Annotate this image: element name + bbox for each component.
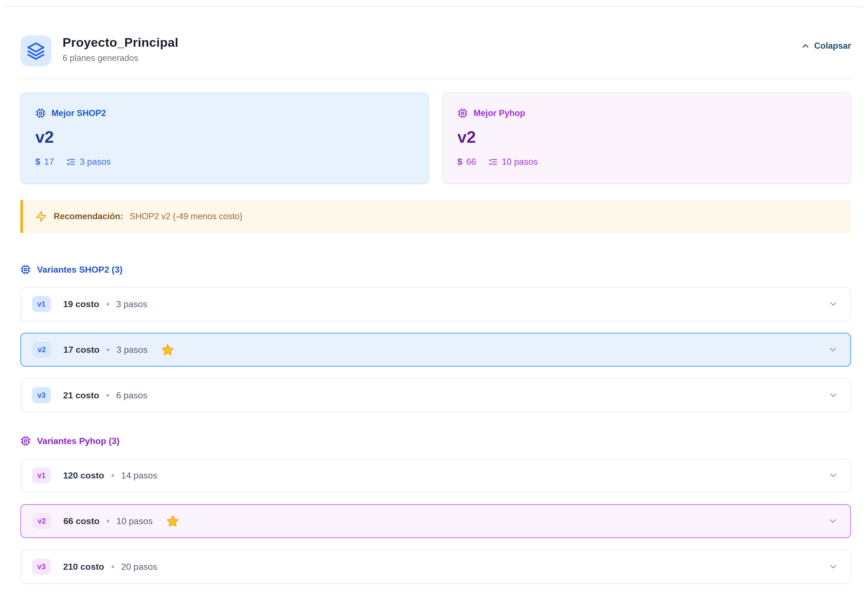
variant-row-shop2-v2[interactable]: v2 17 costo 3 pasos: [20, 333, 851, 367]
star-icon: [166, 514, 179, 528]
variant-steps: 3 pasos: [116, 299, 147, 309]
variant-row-shop2-v1[interactable]: v1 19 costo 3 pasos: [20, 287, 851, 321]
chevron-down-icon[interactable]: [828, 299, 838, 309]
collapse-button[interactable]: Colapsar: [801, 41, 851, 51]
section-title: Variantes Pyhop (3): [37, 436, 120, 446]
dot-separator: [107, 520, 109, 523]
page-subtitle: 6 planes generados: [62, 53, 178, 63]
steps-value: 10 pasos: [502, 157, 538, 167]
best-cards-row: Mejor SHOP2 v2 $ 17: [20, 92, 851, 184]
version-badge: v1: [32, 467, 51, 484]
collapse-label: Colapsar: [814, 41, 851, 51]
variant-cost: 210 costo: [63, 562, 104, 572]
version-badge: v2: [32, 342, 51, 358]
dot-separator: [107, 394, 109, 397]
cpu-icon: [20, 436, 31, 446]
steps-stat: 10 pasos: [488, 157, 538, 167]
chevron-down-icon[interactable]: [828, 345, 838, 355]
best-shop2-card: Mejor SHOP2 v2 $ 17: [20, 92, 429, 184]
variant-steps: 10 pasos: [117, 516, 153, 526]
version-badge: v3: [32, 558, 51, 575]
dot-separator: [111, 474, 114, 477]
steps-value: 3 pasos: [80, 157, 111, 167]
cpu-icon: [20, 264, 31, 275]
section-title: Variantes SHOP2 (3): [37, 264, 123, 275]
project-icon-box: [20, 35, 52, 67]
recommendation-text: SHOP2 v2 (-49 menos costo): [130, 211, 243, 221]
variant-row-pyhop-v3[interactable]: v3 210 costo 20 pasos: [20, 550, 851, 584]
dot-separator: [107, 349, 109, 351]
best-card-version: v2: [457, 128, 836, 147]
variant-steps: 14 pasos: [121, 471, 157, 481]
cost-value: 17: [44, 157, 54, 167]
version-badge: v3: [32, 387, 51, 403]
best-card-label: Mejor Pyhop: [474, 108, 525, 118]
dollar-icon: $: [457, 157, 462, 167]
layers-icon: [27, 42, 45, 60]
variant-row-pyhop-v1[interactable]: v1 120 costo 14 pasos: [20, 459, 851, 492]
version-badge: v1: [32, 296, 51, 312]
variant-list-pyhop: v1 120 costo 14 pasos v2 66 costo 10 pas…: [20, 459, 851, 584]
cost-stat: $ 17: [35, 157, 54, 167]
variant-cost: 21 costo: [63, 390, 99, 401]
variant-cost: 66 costo: [64, 516, 99, 526]
list-checks-icon: [488, 157, 498, 166]
star-icon: [161, 343, 174, 356]
chevron-down-icon[interactable]: [828, 471, 838, 480]
variant-cost: 17 costo: [64, 345, 99, 355]
chevron-down-icon[interactable]: [828, 390, 838, 400]
page-title: Proyecto_Principal: [62, 35, 178, 50]
dot-separator: [111, 566, 114, 568]
chevron-down-icon[interactable]: [828, 516, 838, 526]
project-header: Proyecto_Principal 6 planes generados Co…: [20, 35, 851, 67]
section-header-pyhop: Variantes Pyhop (3): [20, 436, 851, 446]
variant-row-pyhop-v2[interactable]: v2 66 costo 10 pasos: [20, 504, 851, 538]
dollar-icon: $: [35, 157, 40, 167]
chevron-down-icon[interactable]: [828, 562, 838, 572]
zap-icon: [35, 211, 47, 222]
cost-stat: $ 66: [457, 157, 476, 167]
recommendation-label: Recomendación:: [54, 211, 123, 221]
cpu-icon: [457, 108, 468, 119]
variant-steps: 20 pasos: [121, 562, 157, 572]
variant-cost: 120 costo: [63, 471, 104, 481]
list-checks-icon: [66, 157, 76, 166]
header-divider: [20, 78, 851, 79]
best-card-version: v2: [35, 128, 414, 147]
best-card-label: Mejor SHOP2: [52, 108, 106, 118]
variant-list-shop2: v1 19 costo 3 pasos v2 17 costo 3 pasos: [20, 287, 851, 412]
section-header-shop2: Variantes SHOP2 (3): [20, 264, 851, 275]
dot-separator: [107, 303, 109, 306]
variant-cost: 19 costo: [63, 299, 99, 309]
variant-steps: 6 pasos: [116, 390, 147, 401]
steps-stat: 3 pasos: [66, 157, 111, 167]
variant-steps: 3 pasos: [117, 345, 148, 355]
cost-value: 66: [466, 157, 476, 167]
cpu-icon: [35, 108, 46, 119]
variant-row-shop2-v3[interactable]: v3 21 costo 6 pasos: [20, 378, 851, 412]
recommendation-banner: Recomendación: SHOP2 v2 (-49 menos costo…: [20, 200, 851, 233]
chevron-up-icon: [801, 41, 810, 50]
project-panel: Proyecto_Principal 6 planes generados Co…: [3, 6, 865, 596]
best-pyhop-card: Mejor Pyhop v2 $ 66: [442, 92, 851, 184]
version-badge: v2: [32, 513, 51, 529]
